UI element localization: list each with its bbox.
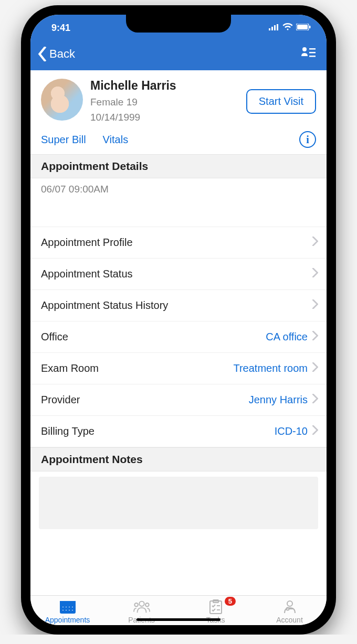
start-visit-button[interactable]: Start Visit [246,89,316,114]
row-value: ICD-10 [275,425,308,437]
tab-account[interactable]: Account [253,599,327,624]
svg-rect-19 [68,609,70,611]
appointment-notes-header: Appointment Notes [30,447,327,471]
svg-rect-17 [62,609,64,611]
screen: 9:41 Back [30,15,327,625]
svg-point-21 [139,602,144,606]
row-appointment-profile[interactable]: Appointment Profile [30,227,327,259]
patients-icon [133,599,151,615]
row-billing-type[interactable]: Billing Type ICD-10 [30,416,327,447]
status-right [269,23,311,33]
svg-point-29 [286,608,289,610]
svg-rect-6 [309,26,311,28]
row-value: Jenny Harris [249,394,308,406]
svg-rect-12 [60,602,75,605]
appointment-datetime: 06/07 09:00AM [30,178,327,227]
account-icon [281,599,299,615]
row-label: Appointment Status [41,268,308,280]
svg-rect-13 [62,606,64,608]
svg-rect-16 [71,606,74,608]
chevron-right-icon [312,425,318,437]
battery-icon [296,23,311,33]
row-office[interactable]: Office CA office [30,321,327,353]
row-label: Provider [41,394,249,406]
row-appointment-status[interactable]: Appointment Status [30,259,327,290]
tab-label: Appointments [45,616,90,624]
avatar[interactable] [41,79,83,121]
patient-name: Michelle Harris [90,79,239,93]
row-label: Exam Room [41,362,233,374]
row-label: Appointment Profile [41,237,308,249]
row-exam-room[interactable]: Exam Room Treatment room [30,353,327,384]
svg-rect-18 [65,609,67,611]
profile-menu-button[interactable] [300,46,316,62]
home-indicator[interactable] [136,618,220,621]
link-row: Super Bill Vitals i [30,129,327,154]
tab-label: Account [276,616,303,624]
tasks-badge: 5 [225,597,236,606]
chevron-right-icon [312,362,318,374]
calendar-icon [59,599,77,615]
appointment-notes-input[interactable] [39,477,318,529]
patient-info: Michelle Harris Female 19 10/14/1999 [90,79,239,125]
svg-rect-3 [277,24,278,30]
svg-point-22 [134,603,138,607]
vitals-link[interactable]: Vitals [103,134,129,146]
info-icon[interactable]: i [299,131,316,148]
svg-rect-8 [309,48,316,50]
patient-gender-age: Female 19 [90,95,239,110]
back-label: Back [49,47,75,61]
navbar: Back [30,41,327,70]
chevron-right-icon [312,394,318,406]
chevron-right-icon [312,268,318,280]
row-label: Appointment Status History [41,299,308,312]
profile-menu-icon [300,46,316,60]
svg-rect-0 [269,28,270,30]
tab-appointments[interactable]: Appointments [30,599,104,624]
content: Michelle Harris Female 19 10/14/1999 Sta… [30,70,327,595]
svg-point-7 [302,47,307,51]
chevron-left-icon [37,47,48,61]
svg-rect-2 [274,25,276,30]
super-bill-link[interactable]: Super Bill [41,134,86,146]
status-bar: 9:41 [30,15,327,41]
chevron-right-icon [312,331,318,343]
patient-dob: 10/14/1999 [90,110,239,125]
svg-rect-9 [309,52,316,53]
row-label: Office [41,331,266,343]
row-label: Billing Type [41,425,275,437]
svg-rect-15 [68,606,70,608]
phone-frame: 9:41 Back [21,5,336,635]
svg-rect-5 [297,25,308,29]
row-appointment-status-history[interactable]: Appointment Status History [30,290,327,321]
chevron-right-icon [312,299,318,312]
appointment-details-header: Appointment Details [30,154,327,178]
svg-rect-10 [309,56,316,57]
signal-icon [269,23,279,33]
row-provider[interactable]: Provider Jenny Harris [30,384,327,416]
svg-rect-1 [271,27,273,30]
svg-rect-14 [65,606,67,608]
tasks-icon [207,599,225,615]
patient-card: Michelle Harris Female 19 10/14/1999 Sta… [30,70,327,129]
svg-rect-20 [71,609,74,611]
back-button[interactable]: Back [37,47,75,61]
svg-point-23 [145,603,149,607]
status-time: 9:41 [51,23,70,34]
row-value: CA office [266,331,308,343]
svg-point-28 [287,601,292,606]
row-value: Treatment room [233,362,308,374]
wifi-icon [282,23,293,33]
chevron-right-icon [312,237,318,249]
